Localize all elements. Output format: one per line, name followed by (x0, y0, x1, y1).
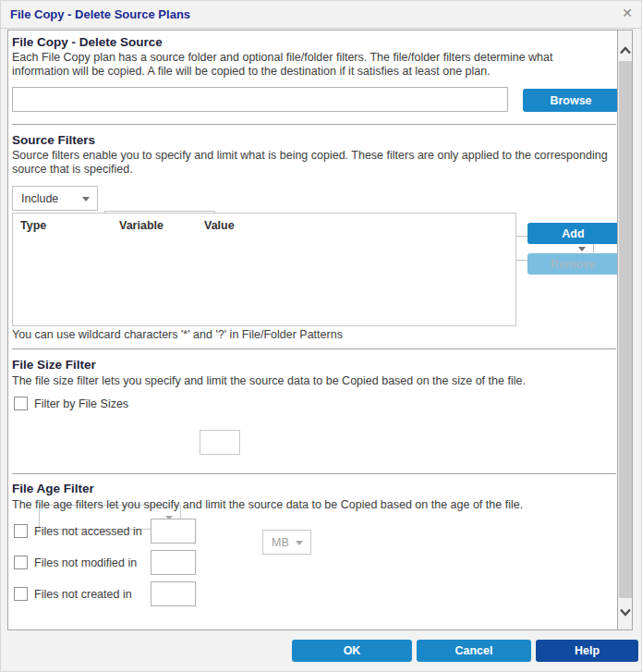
files-not-accessed-value-input[interactable] (151, 519, 196, 544)
chevron-down-icon (620, 608, 631, 617)
files-not-created-value-input[interactable] (151, 581, 196, 606)
files-not-created-checkbox[interactable] (14, 587, 28, 601)
chevron-down-icon (578, 247, 586, 251)
browse-button[interactable]: Browse (523, 89, 619, 112)
size-unit-dropdown[interactable]: MB (262, 530, 311, 555)
section-divider (12, 473, 616, 474)
size-value-input[interactable] (200, 430, 240, 455)
column-header-variable: Variable (119, 219, 204, 232)
column-header-value: Value (204, 219, 515, 232)
remove-button[interactable]: Remove (527, 253, 619, 275)
chevron-up-icon (620, 46, 631, 55)
files-not-accessed-checkbox[interactable] (14, 524, 28, 538)
file-size-filter-description: The file size filter lets you specify an… (12, 374, 612, 388)
include-exclude-dropdown-value: Include (21, 192, 58, 205)
files-not-created-label: Files not created in (34, 588, 132, 601)
files-not-modified-value-input[interactable] (151, 550, 196, 575)
file-age-filter-description: The file age filters let you specify and… (12, 498, 612, 512)
files-not-modified-label: Files not modified in (34, 556, 137, 569)
ok-button[interactable]: OK (292, 640, 412, 662)
chevron-down-icon (296, 541, 303, 545)
source-path-input[interactable] (12, 87, 508, 112)
vertical-scrollbar[interactable] (617, 31, 632, 629)
dialog-title: File Copy - Delete Source Plans (10, 7, 190, 21)
source-filters-description: Source filters enable you to specify and… (12, 149, 612, 176)
cancel-button[interactable]: Cancel (417, 640, 531, 662)
source-section-description: Each File Copy plan has a source folder … (12, 51, 612, 78)
section-heading-file-age-filter: File Age Filter (12, 482, 94, 495)
include-exclude-dropdown[interactable]: Include (12, 186, 98, 211)
chevron-down-icon (82, 197, 90, 202)
column-header-type: Type (13, 219, 119, 232)
filters-table-header: Type Variable Value (13, 214, 515, 232)
wildcard-note: You can use wildcard characters '*' and … (12, 328, 343, 341)
scroll-up-arrow[interactable] (620, 42, 631, 58)
section-heading-file-size-filter: File Size Filter (12, 358, 96, 372)
section-heading-file-copy-delete-source: File Copy - Delete Source (12, 35, 163, 49)
file-copy-delete-source-plans-dialog: File Copy - Delete Source Plans ✕ File C… (0, 0, 642, 672)
filter-by-file-sizes-checkbox[interactable] (14, 397, 28, 410)
scroll-thumb[interactable] (619, 61, 632, 598)
size-unit-dropdown-value: MB (272, 536, 289, 549)
add-button[interactable]: Add (527, 223, 619, 244)
section-divider (12, 348, 616, 349)
dialog-content-panel: File Copy - Delete Source Each File Copy… (7, 30, 633, 630)
close-icon[interactable]: ✕ (622, 4, 633, 22)
scroll-down-arrow[interactable] (620, 604, 631, 620)
files-not-accessed-label: Files not accessed in (34, 525, 142, 538)
section-divider (12, 124, 616, 125)
filters-table[interactable]: Type Variable Value (12, 213, 516, 326)
dialog-footer: OK Cancel Help (1, 631, 641, 671)
filter-by-file-sizes-label: Filter by File Sizes (34, 397, 128, 410)
dialog-titlebar: File Copy - Delete Source Plans ✕ (1, 1, 641, 29)
section-heading-source-filters: Source Filters (12, 133, 95, 147)
help-button[interactable]: Help (536, 640, 638, 662)
files-not-modified-checkbox[interactable] (14, 556, 28, 569)
